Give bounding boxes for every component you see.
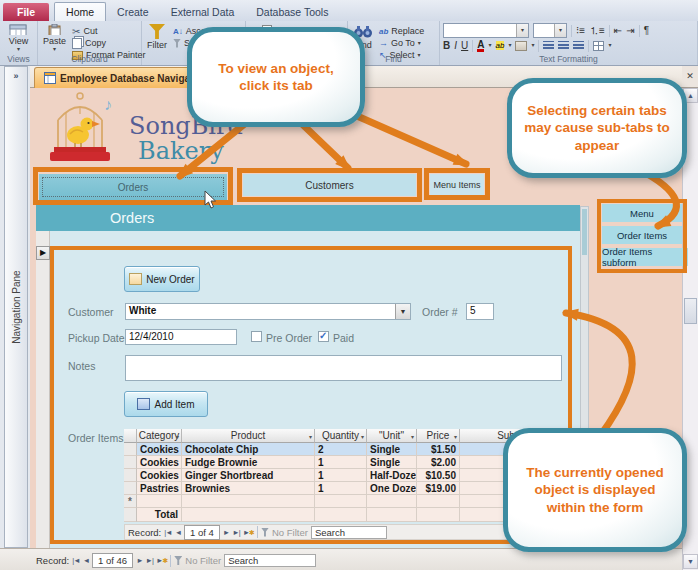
cell-quantity[interactable] <box>315 495 367 508</box>
sub-tab-order-items-subform[interactable]: Order Items subform <box>602 248 688 266</box>
row-selector[interactable] <box>124 443 137 456</box>
new-blank-record-button[interactable]: ►✱ <box>156 556 167 565</box>
cell-category[interactable]: Cookies <box>137 469 182 482</box>
underline-button[interactable]: U <box>461 40 468 51</box>
font-color-button[interactable]: A <box>477 40 484 52</box>
cell-category[interactable]: Pastries <box>137 482 182 495</box>
pre-order-checkbox[interactable] <box>251 331 262 342</box>
add-item-button[interactable]: Add Item <box>124 391 208 417</box>
column-dropdown-icon[interactable]: ▾ <box>176 433 179 440</box>
column-dropdown-icon[interactable]: ▾ <box>411 433 414 440</box>
tab-menu-items[interactable]: Menu Items <box>430 174 484 195</box>
form-scrollbar-thumb[interactable] <box>582 209 587 255</box>
cell-product[interactable]: Ginger Shortbread <box>182 469 315 482</box>
cell-price[interactable]: $10.50 <box>417 469 460 482</box>
cell-category[interactable] <box>137 495 182 508</box>
first-record-button[interactable]: |◄ <box>72 556 79 565</box>
order-number-field[interactable]: 5 <box>466 303 494 320</box>
tab-orders[interactable]: Orders <box>39 174 227 200</box>
cell-quantity[interactable]: 1 <box>315 456 367 469</box>
last-record-button[interactable]: ►| <box>146 556 153 565</box>
copy-button[interactable]: Copy <box>72 38 146 48</box>
next-record-button[interactable]: ► <box>223 528 229 537</box>
tab-database-tools[interactable]: Database Tools <box>245 3 339 21</box>
tab-home[interactable]: Home <box>54 2 106 21</box>
close-document-button[interactable]: ✕ <box>682 66 698 88</box>
cell-price[interactable]: $2.00 <box>417 456 460 469</box>
increase-indent-button[interactable]: ⇥ <box>626 25 634 36</box>
column-header-category[interactable]: Category▾ <box>137 429 182 443</box>
cell-product[interactable]: Brownies <box>182 482 315 495</box>
grid-corner-cell[interactable] <box>124 429 137 443</box>
cell-product[interactable]: Chocolate Chip <box>182 443 315 456</box>
bold-button[interactable]: B <box>443 40 450 51</box>
notes-field[interactable] <box>125 355 562 381</box>
font-name-combobox[interactable]: ▾ <box>443 23 529 38</box>
column-header-quantity[interactable]: Quantity▾ <box>315 429 367 443</box>
tab-file[interactable]: File <box>3 3 49 21</box>
previous-record-button[interactable]: ◄ <box>83 556 89 565</box>
gridlines-button[interactable] <box>593 41 604 51</box>
italic-button[interactable]: I <box>454 40 457 51</box>
customer-combobox[interactable]: White ▼ <box>125 303 411 320</box>
font-size-combobox[interactable]: ▾ <box>533 23 567 38</box>
row-selector[interactable] <box>124 469 137 482</box>
record-selector-arrow[interactable]: ▶ <box>36 246 50 260</box>
sub-tab-order-items[interactable]: Order Items <box>602 226 682 244</box>
column-header-price[interactable]: Price▾ <box>417 429 460 443</box>
row-selector[interactable] <box>124 456 137 469</box>
last-record-button[interactable]: ►| <box>232 528 239 537</box>
cell-quantity[interactable]: 2 <box>315 443 367 456</box>
paste-button[interactable]: Paste ▾ <box>41 23 68 53</box>
next-record-button[interactable]: ► <box>136 556 142 565</box>
cell-product[interactable]: Fudge Brownie <box>182 456 315 469</box>
cell-price[interactable] <box>417 495 460 508</box>
cell-price[interactable]: $19.00 <box>417 482 460 495</box>
cell-unit[interactable]: One Dozen <box>367 482 417 495</box>
chevron-down-icon[interactable]: ▾ <box>516 24 528 37</box>
cell-price[interactable]: $1.50 <box>417 443 460 456</box>
column-header-product[interactable]: Product▾ <box>182 429 315 443</box>
cell-quantity[interactable]: 1 <box>315 469 367 482</box>
view-button[interactable]: View ▾ <box>7 23 30 53</box>
scroll-down-arrow[interactable]: ▼ <box>683 554 698 569</box>
filter-button[interactable]: Filter <box>145 23 169 53</box>
cell-product[interactable] <box>182 495 315 508</box>
chevron-down-icon[interactable]: ▼ <box>395 304 410 319</box>
paid-checkbox[interactable] <box>318 331 329 342</box>
scrollbar-thumb[interactable] <box>684 298 697 324</box>
first-record-button[interactable]: |◄ <box>164 528 171 537</box>
replace-button[interactable]: abReplace <box>379 26 424 36</box>
numbering-button[interactable]: ⒈≡ <box>589 24 605 38</box>
column-dropdown-icon[interactable]: ▾ <box>454 433 457 440</box>
cell-category[interactable]: Cookies <box>137 443 182 456</box>
no-filter-indicator[interactable]: No Filter <box>174 555 221 566</box>
no-filter-indicator[interactable]: No Filter <box>261 527 308 538</box>
column-header-unit[interactable]: "Unit"▾ <box>367 429 417 443</box>
chevron-down-icon[interactable]: ▾ <box>554 24 566 37</box>
status-search-input[interactable] <box>224 554 316 567</box>
new-row-selector[interactable]: * <box>124 495 137 508</box>
record-position[interactable]: 1 of 46 <box>92 553 133 568</box>
row-selector[interactable] <box>124 482 137 495</box>
align-center-button[interactable] <box>558 41 569 50</box>
highlight-button[interactable]: ab <box>496 41 505 50</box>
sub-tab-menu[interactable]: Menu <box>602 204 682 222</box>
tab-customers[interactable]: Customers <box>243 174 416 196</box>
tab-external-data[interactable]: External Data <box>160 3 246 21</box>
fill-color-button[interactable] <box>515 41 527 51</box>
cell-unit[interactable]: Half-Dozen <box>367 469 417 482</box>
tab-create[interactable]: Create <box>106 3 160 21</box>
previous-record-button[interactable]: ◄ <box>175 528 181 537</box>
record-position[interactable]: 1 of 4 <box>184 525 220 540</box>
subform-search-input[interactable] <box>311 526 387 539</box>
column-dropdown-icon[interactable]: ▾ <box>361 433 364 440</box>
pickup-date-field[interactable]: 12/4/2010 <box>125 329 237 345</box>
decrease-indent-button[interactable]: ⇤ <box>614 25 622 36</box>
new-blank-record-button[interactable]: ►✱ <box>243 528 254 537</box>
bullets-button[interactable]: ⁝≡ <box>576 25 585 36</box>
cell-unit[interactable]: Single <box>367 443 417 456</box>
column-dropdown-icon[interactable]: ▾ <box>309 433 312 440</box>
expand-chevron-icon[interactable]: » <box>5 71 27 81</box>
align-left-button[interactable] <box>543 41 554 50</box>
